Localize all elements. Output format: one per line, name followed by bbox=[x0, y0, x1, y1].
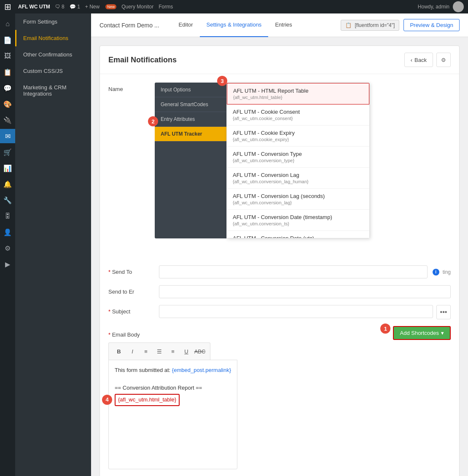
step-4-circle: 4 bbox=[102, 395, 112, 405]
shortcode-list: AFL UTM - HTML Report Table {afl_wc_utm.… bbox=[226, 83, 370, 238]
strikethrough-button[interactable]: ABC bbox=[194, 345, 206, 357]
panel-header: Email Notifications ‹ Back ⚙ bbox=[100, 46, 459, 74]
italic-button[interactable]: I bbox=[126, 345, 138, 357]
shortcode-tab-general[interactable]: General SmartCodes bbox=[155, 97, 226, 112]
sidebar-item-other-confirmations[interactable]: Other Confirmations bbox=[15, 46, 91, 63]
back-arrow-icon: ‹ bbox=[411, 57, 412, 63]
sidebar-item-marketing[interactable]: Marketing & CRM Integrations bbox=[15, 79, 91, 102]
query-monitor-link[interactable]: Query Monitor bbox=[121, 4, 153, 10]
routing-info-icon: i bbox=[433, 269, 439, 275]
icon-bar-users[interactable]: 👤 bbox=[0, 225, 15, 239]
forms-link[interactable]: Forms bbox=[159, 4, 173, 10]
name-label: Name bbox=[108, 83, 159, 92]
comment-count[interactable]: 🗨 8 bbox=[55, 4, 65, 10]
icon-bar: ⌂ 📄 🖼 📋 💬 🎨 🔌 ✉ 🛒 📊 🔔 🔧 🎛 👤 ⚙ ▶ bbox=[0, 13, 15, 476]
shortcode-item-0[interactable]: AFL UTM - HTML Report Table {afl_wc_utm.… bbox=[227, 83, 369, 104]
bold-button[interactable]: B bbox=[113, 345, 125, 357]
new-button[interactable]: + New bbox=[85, 4, 100, 10]
step-2-circle: 2 bbox=[148, 116, 158, 126]
form-title: Contact Form Demo ... bbox=[100, 22, 159, 29]
icon-bar-customize[interactable]: 🎛 bbox=[0, 209, 15, 223]
sidebar: Form Settings Email Notifications Other … bbox=[15, 13, 91, 476]
wp-logo-icon: ⊞ bbox=[4, 2, 11, 12]
preview-design-button[interactable]: Preview & Design bbox=[403, 19, 460, 31]
icon-bar-plugins[interactable]: 🔌 bbox=[0, 113, 15, 127]
shortcode-icon: 📋 bbox=[345, 22, 352, 28]
underline-button[interactable]: U bbox=[180, 345, 192, 357]
shortcode-value: [fluentform id="4"] bbox=[355, 22, 395, 28]
tab-settings[interactable]: Settings & Integrations bbox=[200, 13, 269, 37]
sidebar-item-custom-css[interactable]: Custom CSS/JS bbox=[15, 63, 91, 79]
shortcode-badge[interactable]: 📋 [fluentform id="4"] bbox=[341, 20, 399, 31]
panel-title: Email Notifications bbox=[108, 56, 177, 64]
tab-editor[interactable]: Editor bbox=[172, 13, 200, 37]
site-name[interactable]: AFL WC UTM bbox=[18, 4, 50, 10]
shortcode-item-6[interactable]: AFL UTM - Conversion Date (timestamp) {a… bbox=[227, 210, 369, 231]
routing-label: ting bbox=[443, 269, 451, 275]
email-notifications-panel: Email Notifications ‹ Back ⚙ Na bbox=[100, 45, 460, 476]
icon-bar-tools[interactable]: 🔧 bbox=[0, 193, 15, 207]
subject-label: * Subject bbox=[108, 305, 159, 315]
subject-row: * Subject ••• bbox=[108, 305, 451, 319]
subject-dots-button[interactable]: ••• bbox=[436, 305, 451, 319]
icon-bar-fluent[interactable]: ✉ bbox=[0, 129, 15, 143]
email-body-row: * Email Body 1 Add Shortcodes ▾ bbox=[108, 326, 451, 469]
align-left-button[interactable]: ≡ bbox=[140, 345, 152, 357]
shortcode-tab-entry[interactable]: 2 Entry Attributes bbox=[155, 112, 226, 127]
gear-button[interactable]: ⚙ bbox=[436, 53, 451, 67]
step-3-circle: 3 bbox=[217, 76, 227, 86]
icon-bar-pages[interactable]: 📋 bbox=[0, 65, 15, 79]
send-to-label: * Send To bbox=[108, 265, 159, 275]
icon-bar-comments[interactable]: 💬 bbox=[0, 81, 15, 95]
shortcode-item-1[interactable]: AFL UTM - Cookie Consent {afl_wc_utm.coo… bbox=[227, 104, 369, 126]
icon-bar-media[interactable]: 🖼 bbox=[0, 49, 15, 63]
shortcode-item-5[interactable]: AFL UTM - Conversion Lag (seconds) {afl_… bbox=[227, 189, 369, 210]
icon-bar-notifications[interactable]: 🔔 bbox=[0, 177, 15, 191]
editor-line2: == Conversion Attribution Report == bbox=[115, 384, 231, 393]
shortcode-dropdown: 3 Input Options General SmartCodes 2 Ent… bbox=[155, 83, 370, 238]
shortcode-item-4[interactable]: AFL UTM - Conversion Lag {afl_wc_utm.con… bbox=[227, 168, 369, 189]
icon-bar-dashboard[interactable]: ⌂ bbox=[0, 17, 15, 31]
howdy-text: Howdy, admin bbox=[418, 4, 449, 10]
subject-input[interactable] bbox=[159, 305, 433, 318]
editor-shortcode-wrapper: 4 {afl_wc_utm.html_table} bbox=[115, 394, 180, 406]
icon-bar-settings[interactable]: ⚙ bbox=[0, 241, 15, 255]
new-badge: New bbox=[105, 4, 116, 9]
message-count[interactable]: 💬 1 bbox=[70, 4, 80, 10]
email-body-label: * Email Body bbox=[108, 328, 159, 338]
align-right-button[interactable]: ≡ bbox=[167, 345, 179, 357]
send-to-input[interactable] bbox=[159, 265, 428, 278]
shortcode-item-7[interactable]: AFL UTM - Conversion Date (utc) {afl_wc_… bbox=[227, 231, 369, 238]
icon-bar-appearance[interactable]: 🎨 bbox=[0, 97, 15, 111]
sidebar-item-email-notifications[interactable]: Email Notifications bbox=[15, 30, 91, 46]
shortcode-tabs: Input Options General SmartCodes 2 Entry… bbox=[155, 83, 226, 238]
admin-bar: ⊞ AFL WC UTM 🗨 8 💬 1 + New New Query Mon… bbox=[0, 0, 468, 13]
chevron-down-icon: ▾ bbox=[441, 330, 444, 336]
editor-toolbar: B I ≡ ☰ ≡ U ABC bbox=[108, 342, 210, 360]
top-bar-tabs: Editor Settings & Integrations Entries bbox=[172, 13, 299, 37]
shortcode-item-2[interactable]: AFL UTM - Cookie Expiry {afl_wc_utm.cook… bbox=[227, 126, 369, 147]
shortcode-tab-input-options[interactable]: Input Options bbox=[155, 83, 226, 97]
shortcode-tab-afl-utm[interactable]: AFL UTM Tracker bbox=[155, 127, 226, 142]
send-to-er-label: Send to Er bbox=[108, 285, 159, 295]
main-content: Contact Form Demo ... Editor Settings & … bbox=[91, 13, 468, 476]
add-shortcodes-button[interactable]: Add Shortcodes ▾ bbox=[393, 326, 451, 340]
shortcode-item-3[interactable]: AFL UTM - Conversion Type {afl_wc_utm.co… bbox=[227, 147, 369, 168]
shortcode-in-editor: {afl_wc_utm.html_table} bbox=[115, 394, 180, 406]
editor-line1: This form submitted at: {embed_post.perm… bbox=[115, 366, 231, 375]
sidebar-item-form-settings[interactable]: Form Settings bbox=[15, 13, 91, 30]
top-bar: Contact Form Demo ... Editor Settings & … bbox=[91, 13, 468, 37]
send-to-er-input[interactable] bbox=[159, 285, 451, 298]
email-body-editor[interactable]: This form submitted at: {embed_post.perm… bbox=[108, 360, 237, 469]
icon-bar-posts[interactable]: 📄 bbox=[0, 33, 15, 47]
align-center-button[interactable]: ☰ bbox=[153, 345, 165, 357]
tab-entries[interactable]: Entries bbox=[268, 13, 299, 37]
name-row: Name ⊞ 3 Input Options bbox=[108, 83, 451, 97]
icon-bar-woo[interactable]: 🛒 bbox=[0, 145, 15, 159]
send-to-er-row: Send to Er bbox=[108, 285, 451, 298]
gear-icon: ⚙ bbox=[441, 57, 446, 63]
icon-bar-widget[interactable]: ▶ bbox=[0, 257, 15, 271]
icon-bar-analytics[interactable]: 📊 bbox=[0, 161, 15, 175]
back-button[interactable]: ‹ Back bbox=[404, 53, 433, 67]
admin-avatar bbox=[453, 1, 464, 12]
